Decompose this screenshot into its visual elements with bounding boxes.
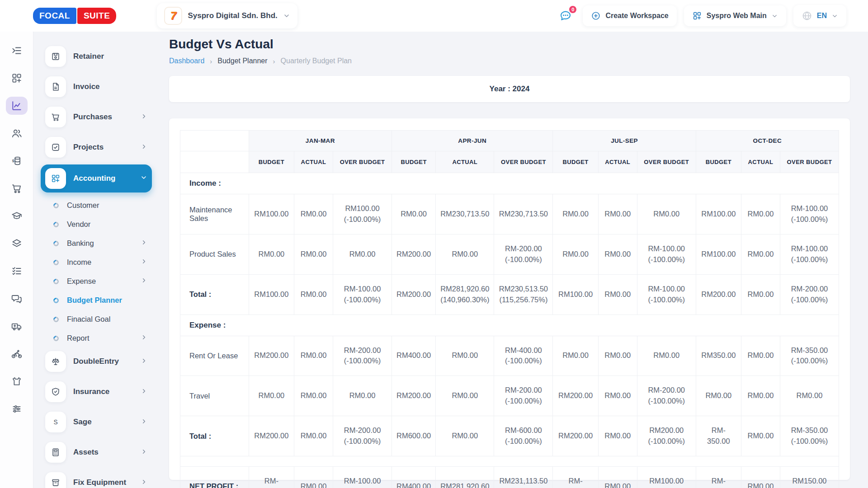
- budget-cell: RM0.00: [392, 194, 436, 235]
- budget-cell: RM0.00: [333, 234, 392, 274]
- analytics-icon: [11, 100, 23, 112]
- section-label: Income :: [180, 173, 839, 194]
- app-logo[interactable]: FOCAL SUITE: [33, 8, 116, 24]
- cell-value: RM0.00: [603, 289, 632, 300]
- sidebar-item-purchases[interactable]: Purchases: [41, 104, 152, 130]
- rail-people-icon[interactable]: [6, 124, 28, 142]
- sidebar-item-banking[interactable]: Banking: [41, 235, 152, 252]
- section-label: Expense :: [180, 314, 839, 336]
- cell-value: RM350.00: [701, 350, 736, 361]
- budget-cell: RM-100.00(-100.00%): [780, 234, 839, 274]
- sidebar-item-label: Fix Equipment: [73, 478, 126, 487]
- cell-value: RM0.00: [746, 431, 775, 441]
- cell-value: RM-200.00: [499, 244, 548, 254]
- sidebar-item-sage[interactable]: SSage: [41, 409, 152, 435]
- company-logo-icon: 7: [164, 7, 182, 25]
- rail-truck-icon[interactable]: [6, 317, 28, 335]
- cell-value: RM281,920.60: [440, 481, 489, 488]
- cell-value: RM0.00: [746, 390, 775, 401]
- budget-cell: RM200.00: [696, 274, 741, 314]
- budget-cell: RM0.00: [294, 416, 333, 456]
- chevron-right-icon: [141, 418, 147, 427]
- bullet-icon: [52, 334, 60, 342]
- sidebar-item-expense[interactable]: Expense: [41, 272, 152, 290]
- budget-cell: RM0.00: [598, 376, 637, 416]
- rail-cart-icon[interactable]: [6, 179, 28, 197]
- budget-cell: RM0.00: [741, 336, 780, 376]
- sidebar-item-label: Customer: [67, 201, 99, 210]
- budget-cell: RM350.00: [696, 336, 741, 376]
- budget-cell: RM0.00: [553, 194, 598, 235]
- rail-finance-db-icon[interactable]: $: [6, 152, 28, 170]
- chevron-right-icon: [141, 143, 147, 152]
- create-workspace-button[interactable]: Create Workspace: [583, 5, 676, 26]
- rail-chat-bubbles-icon[interactable]: [6, 290, 28, 308]
- sidebar-item-customer[interactable]: Customer: [41, 197, 152, 214]
- rail-grid-add-icon[interactable]: [6, 69, 28, 87]
- chevron-right-icon: [141, 113, 147, 122]
- sidebar-item-label: Assets: [73, 448, 99, 457]
- bullet-icon: [52, 239, 60, 247]
- rail-sliders-icon[interactable]: [6, 400, 28, 418]
- sliders-icon: [11, 403, 23, 415]
- sidebar-item-finacial-goal[interactable]: Finacial Goal: [41, 310, 152, 328]
- budget-cell: RM0.00: [249, 376, 294, 416]
- sidebar-item-projects[interactable]: Projects: [41, 134, 152, 160]
- breadcrumb-budget-planner[interactable]: Budget Planner: [217, 57, 267, 65]
- cell-value: RM0.00: [746, 350, 775, 361]
- logo-suite: SUITE: [77, 8, 116, 24]
- sidebar-item-label: DoubleEntry: [73, 357, 119, 366]
- cell-value: RM0.00: [299, 481, 328, 488]
- cell-percent: (-100.00%): [338, 295, 387, 305]
- main-content: Budget Vs Actual Dashboard › Budget Plan…: [161, 32, 868, 488]
- cell-value: RM-100.00: [338, 284, 387, 295]
- rail-checklist-icon[interactable]: [6, 262, 28, 280]
- budget-cell: RM0.00: [637, 336, 696, 376]
- budget-cell: RM100.00: [249, 194, 294, 235]
- cell-value: RM0.00: [338, 390, 387, 401]
- rail-menu-toggle-icon[interactable]: [6, 42, 28, 60]
- cell-percent: (-100.00%): [499, 396, 548, 407]
- year-card: Year : 2024: [169, 76, 850, 102]
- budget-cell: RM200.00: [249, 336, 294, 376]
- sidebar-item-retainer[interactable]: Retainer: [41, 43, 152, 70]
- rail-analytics-icon[interactable]: [6, 97, 28, 115]
- rail-layers-icon[interactable]: [6, 235, 28, 253]
- invoice-icon: [45, 76, 66, 97]
- language-selector[interactable]: EN: [793, 5, 846, 27]
- sidebar-item-fix-equipment[interactable]: Fix Equipment: [41, 469, 152, 488]
- bullet-icon: [52, 315, 60, 323]
- breadcrumb-dashboard[interactable]: Dashboard: [169, 57, 204, 65]
- company-selector[interactable]: 7 Syspro Digital Sdn. Bhd.: [157, 3, 297, 28]
- sidebar-item-doubleentry[interactable]: DoubleEntry: [41, 348, 152, 375]
- rail-bicycle-icon[interactable]: [6, 345, 28, 363]
- page-title: Budget Vs Actual: [169, 37, 850, 52]
- sidebar-item-insurance[interactable]: Insurance: [41, 379, 152, 405]
- table-row: Total :RM200.00RM0.00RM-200.00(-100.00%)…: [180, 416, 839, 456]
- sidebar-item-assets[interactable]: Assets: [41, 439, 152, 465]
- sidebar-item-invoice[interactable]: Invoice: [41, 74, 152, 100]
- bullet-icon: [52, 202, 60, 209]
- chevron-down-icon: [140, 174, 147, 183]
- cell-value: RM400.00: [396, 350, 431, 361]
- budget-cell: RM-200.00(-100.00%): [333, 336, 392, 376]
- table-row: Product SalesRM0.00RM0.00RM0.00RM200.00R…: [180, 234, 839, 274]
- cell-value: RM-350.00: [785, 425, 834, 436]
- rail-vest-icon[interactable]: [6, 372, 28, 390]
- budget-cell: RM0.00: [741, 416, 780, 456]
- table-row: NET PROFIT :RM-100.00RM0.00RM-100.00(-10…: [180, 467, 839, 488]
- sidebar-item-report[interactable]: Report: [41, 329, 152, 347]
- sidebar-item-label: Banking: [67, 239, 94, 248]
- sidebar-item-income[interactable]: Income: [41, 253, 152, 271]
- budget-cell: RM0.00: [249, 234, 294, 274]
- rail-graduation-icon[interactable]: [6, 207, 28, 225]
- messages-button[interactable]: 0: [556, 6, 576, 26]
- budget-cell: RM230,713.50: [494, 194, 553, 235]
- sidebar-item-budget-planner[interactable]: Budget Planner: [41, 291, 152, 309]
- sidebar-item-vendor[interactable]: Vendor: [41, 216, 152, 233]
- cell-value: RM100.00: [338, 203, 387, 214]
- cell-value: RM0.00: [746, 481, 775, 488]
- sidebar-item-accounting[interactable]: Accounting: [41, 164, 152, 192]
- globe-icon: [802, 10, 812, 21]
- workspace-selector[interactable]: Syspro Web Main: [684, 5, 786, 26]
